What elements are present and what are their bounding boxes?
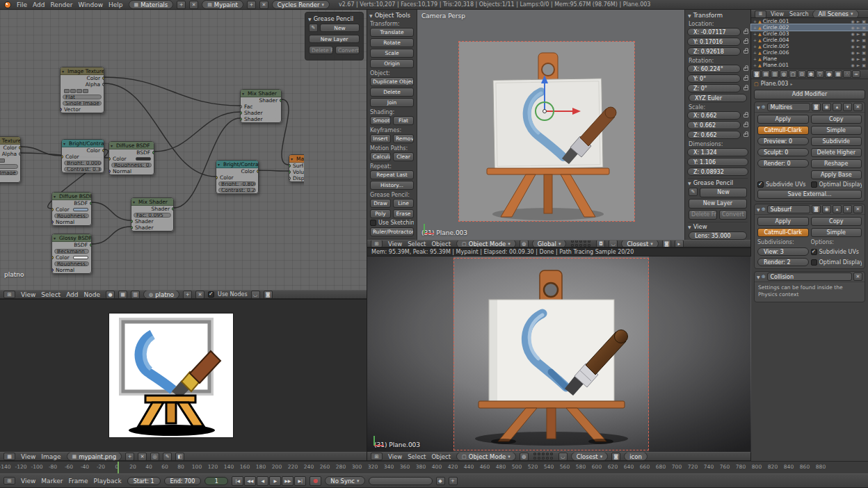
np-gp-new-layer-button[interactable]: New Layer <box>689 199 747 209</box>
node-row[interactable] <box>0 157 20 163</box>
panel-collapse-icon[interactable]: ▼ <box>757 105 760 110</box>
menu-add[interactable]: Add <box>31 1 47 8</box>
render-icon[interactable]: ◙ <box>753 70 761 78</box>
end-frame-field[interactable]: End: 700 <box>164 477 202 485</box>
copy-button[interactable]: Copy <box>811 115 862 124</box>
node-socket[interactable] <box>19 152 20 156</box>
node-row[interactable]: Shader <box>131 218 173 225</box>
layer-dot[interactable] <box>546 457 549 459</box>
delete-higher-button[interactable]: Delete Higher <box>811 148 862 157</box>
snap-magnet-icon[interactable]: ◡ <box>609 240 618 247</box>
node-canvas[interactable]: Image TextureColorAlphaFlatSingle ImageV… <box>0 10 367 290</box>
menu-view[interactable]: View <box>386 241 404 247</box>
editor-type-icon[interactable]: ≣ <box>755 10 766 18</box>
pin-icon[interactable]: ◎ <box>150 453 159 461</box>
node-socket[interactable] <box>289 177 291 180</box>
node-socket[interactable] <box>52 220 54 224</box>
menu-view[interactable]: View <box>19 291 38 298</box>
rotation-field[interactable]: X: 60.224° <box>687 65 741 73</box>
layer-dot[interactable] <box>538 457 540 459</box>
node-socket[interactable] <box>241 111 242 115</box>
move-up-icon[interactable]: ▴ <box>833 205 842 213</box>
snap-element-dropdown[interactable]: Closest▾ <box>621 240 658 247</box>
node-row[interactable] <box>61 88 104 94</box>
menu-view[interactable]: View <box>19 478 38 485</box>
node-socket[interactable] <box>109 170 111 173</box>
outliner-row-circle-006[interactable]: +▲Circle.006◉►▣ <box>751 49 868 56</box>
node-header[interactable]: Diffuse BSDF <box>109 142 154 149</box>
catmull-clark-button[interactable]: Catmull-Clark <box>757 126 809 135</box>
lock-icon[interactable] <box>744 67 748 71</box>
node-row[interactable]: Color <box>52 206 91 213</box>
node-row[interactable]: Color <box>216 174 258 181</box>
editor-type-icon[interactable]: ⊞ <box>371 453 383 460</box>
outliner-row-circle-002[interactable]: +▲Circle.002◉►▣ <box>751 24 868 31</box>
render-restrict-icon[interactable]: ▣ <box>862 38 866 42</box>
close-screen-button[interactable]: ✕ <box>189 1 198 9</box>
node-socket[interactable] <box>241 117 242 121</box>
layer-dot[interactable] <box>533 457 536 459</box>
eye-icon[interactable]: ◉ <box>851 63 854 67</box>
sculpt-field[interactable]: Sculpt: 0 <box>757 148 809 156</box>
node-socket[interactable] <box>131 226 133 229</box>
tool-button-origin[interactable]: Origin <box>370 59 414 68</box>
menu-playback[interactable]: Playback <box>92 478 124 485</box>
node-diffuse-bsdf-2[interactable]: Diffuse BSDFBSDFColorRoughness: 0.200Nor… <box>51 192 92 226</box>
play-reverse-button[interactable]: ◀ <box>257 476 268 486</box>
tool-button-poly[interactable]: Poly <box>370 209 391 218</box>
tool-button-clear[interactable]: Clear <box>393 152 414 161</box>
render-restrict-icon[interactable]: ▣ <box>862 63 866 67</box>
expand-icon[interactable]: + <box>753 25 757 30</box>
node-socket[interactable] <box>241 105 242 108</box>
node-socket[interactable] <box>102 83 104 86</box>
image-canvas[interactable] <box>109 314 233 437</box>
expand-icon[interactable]: + <box>753 44 757 49</box>
menu-select[interactable]: Select <box>405 241 428 247</box>
render-restrict-icon[interactable]: ▣ <box>862 25 866 30</box>
optimal-display-checkbox[interactable] <box>811 181 817 188</box>
color-swatch[interactable] <box>73 208 88 211</box>
node-row[interactable]: Normal <box>109 168 154 174</box>
eye-icon[interactable]: ◉ <box>822 205 831 213</box>
snap-icon[interactable]: ◡ <box>251 291 260 299</box>
tool-button-line[interactable]: Line <box>393 199 414 208</box>
node-row[interactable]: Color <box>62 154 104 160</box>
move-up-icon[interactable]: ▴ <box>833 103 842 111</box>
rotation-mode-dropdown[interactable]: XYZ Euler <box>689 94 747 102</box>
lock-icon[interactable] <box>744 77 748 81</box>
modifier-name-field[interactable]: Multires <box>767 103 811 111</box>
close-scene-button[interactable]: ✕ <box>259 1 268 9</box>
apply-button[interactable]: Apply <box>757 217 809 226</box>
add-image-button[interactable]: + <box>125 453 134 461</box>
add-nodetree-button[interactable]: + <box>183 291 192 299</box>
node-row[interactable]: Color <box>61 75 104 81</box>
reshape-button[interactable]: Reshape <box>811 159 862 168</box>
selectable-icon[interactable]: ► <box>857 19 860 24</box>
channels-icon[interactable]: ◧ <box>175 453 184 461</box>
panel-collapse-icon[interactable]: ▼ <box>757 207 760 212</box>
lock-icon[interactable] <box>744 133 748 137</box>
unlink-nodetree-button[interactable]: ✕ <box>195 291 204 299</box>
layer-dot[interactable] <box>588 244 590 247</box>
scene-icon[interactable]: ▤ <box>762 70 770 78</box>
node-socket[interactable] <box>19 146 20 149</box>
menu-select[interactable]: Select <box>405 453 428 460</box>
eye-icon[interactable]: ◉ <box>851 31 854 36</box>
menu-help[interactable]: Help <box>106 1 125 8</box>
outliner-row-circle-005[interactable]: +▲Circle.005◉►▣ <box>751 43 868 49</box>
panel-collapse-icon[interactable]: ▼ <box>688 181 691 186</box>
texture-nodes-icon[interactable]: ▥ <box>131 291 140 299</box>
optimal-display-checkbox[interactable] <box>811 259 817 266</box>
node-socket[interactable] <box>172 207 173 211</box>
lock-icon[interactable] <box>744 124 748 127</box>
keying-key-icon[interactable]: ◆ <box>436 477 445 485</box>
material-icon[interactable]: ● <box>825 70 833 78</box>
selectable-icon[interactable]: ► <box>857 63 860 67</box>
subdivide-uvs-checkbox[interactable] <box>811 249 817 255</box>
node-socket[interactable] <box>289 164 291 168</box>
shader-nodes-icon[interactable]: ● <box>106 291 115 299</box>
node-tree-name-field[interactable]: ◍platno <box>143 290 179 299</box>
blender-logo-icon[interactable] <box>4 1 11 8</box>
node-header[interactable]: Image Texture <box>61 67 104 75</box>
outliner-row-plane[interactable]: +▲Plane◉►▣ <box>751 56 868 62</box>
